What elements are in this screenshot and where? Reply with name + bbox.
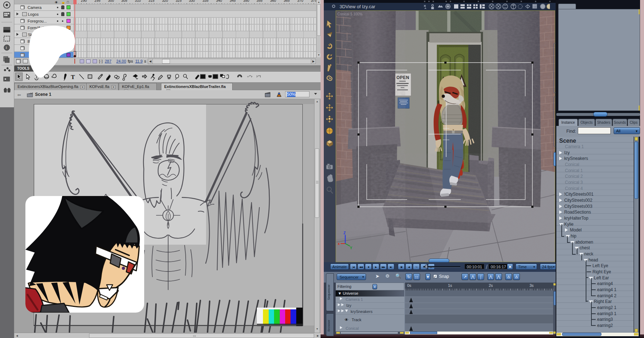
svg-text:x: x	[338, 242, 340, 246]
svg-text:i: i	[6, 46, 7, 50]
svg-text:Conical 5 100%: Conical 5 100%	[337, 12, 362, 16]
svg-text:Z: Z	[343, 231, 346, 235]
svg-text:Y: Y	[350, 246, 352, 250]
